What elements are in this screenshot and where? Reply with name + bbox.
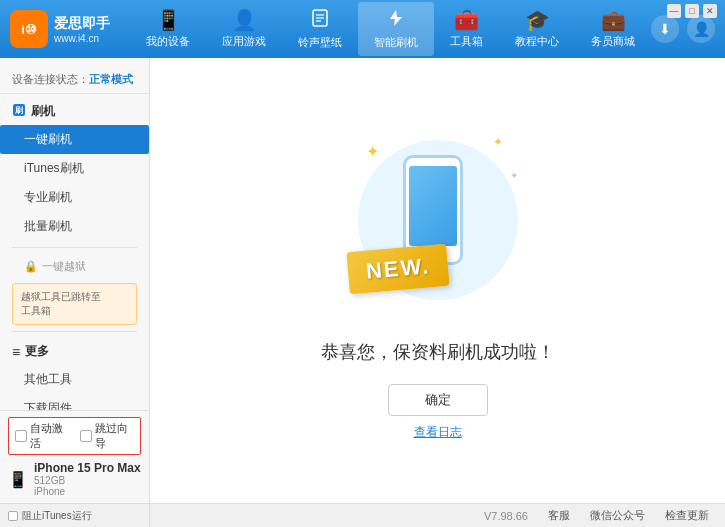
one-key-flash-label: 一键刷机 (24, 132, 72, 146)
ringtones-icon (310, 8, 330, 33)
version-label: V7.98.66 (484, 510, 528, 522)
nav-service-label: 务员商城 (591, 34, 635, 49)
nav-bar: 📱 我的设备 👤 应用游戏 铃声壁纸 智能刷机 🧰 工 (130, 2, 651, 56)
bottom-bar: 阻止iTunes运行 V7.98.66 客服 微信公众号 检查更新 (0, 503, 725, 527)
logo-text: 爱思即手 www.i4.cn (54, 15, 110, 44)
skip-guide-check[interactable] (80, 430, 92, 442)
flash-section-label: 刷机 (31, 103, 55, 120)
view-log-link[interactable]: 查看日志 (414, 424, 462, 441)
content-area: ✦ ✦ ✦ NEW. 恭喜您，保资料刷机成功啦！ 确定 查看日志 (150, 58, 725, 503)
nav-apps-games-label: 应用游戏 (222, 34, 266, 49)
minimize-button[interactable]: — (667, 4, 681, 18)
sidebar-jailbreak-note: 越狱工具已跳转至 工具箱 (12, 283, 137, 325)
nav-ringtones[interactable]: 铃声壁纸 (282, 2, 358, 56)
nav-my-device[interactable]: 📱 我的设备 (130, 2, 206, 56)
success-illustration: ✦ ✦ ✦ NEW. (338, 120, 538, 320)
nav-smart-flash-label: 智能刷机 (374, 35, 418, 50)
svg-text:i⑩: i⑩ (21, 22, 37, 37)
user-button[interactable]: 👤 (687, 15, 715, 43)
sidebar-item-other-tools[interactable]: 其他工具 (0, 365, 149, 394)
status-mode: 正常模式 (89, 73, 133, 85)
apps-games-icon: 👤 (232, 8, 257, 32)
check-update-link[interactable]: 检查更新 (665, 508, 709, 523)
device-info-row: 📱 iPhone 15 Pro Max 512GB iPhone (0, 459, 149, 499)
itunes-bar: 阻止iTunes运行 (0, 504, 150, 527)
other-tools-label: 其他工具 (24, 372, 72, 386)
batch-flash-label: 批量刷机 (24, 219, 72, 233)
itunes-label: 阻止iTunes运行 (22, 509, 92, 523)
new-ribbon: NEW. (346, 244, 450, 295)
pro-flash-label: 专业刷机 (24, 190, 72, 204)
wechat-link[interactable]: 微信公众号 (590, 508, 645, 523)
note-line2: 工具箱 (21, 305, 51, 316)
auto-activate-label: 自动激活 (30, 421, 70, 451)
auto-activate-check[interactable] (15, 430, 27, 442)
sidebar-item-one-key-flash[interactable]: 一键刷机 (0, 125, 149, 154)
lock-icon: 🔒 (24, 260, 38, 273)
success-message: 恭喜您，保资料刷机成功啦！ (321, 340, 555, 364)
more-section-label: 更多 (25, 343, 49, 360)
nav-my-device-label: 我的设备 (146, 34, 190, 49)
sidebar-divider-2 (12, 331, 137, 332)
more-section-icon: ≡ (12, 344, 20, 360)
device-details: iPhone 15 Pro Max 512GB iPhone (34, 461, 141, 497)
app-name: 爱思即手 (54, 15, 110, 33)
device-options-row: 自动激活 跳过向导 (8, 417, 141, 455)
phone-screen (409, 166, 457, 246)
new-badge-text: NEW. (364, 253, 430, 284)
sidebar-item-pro-flash[interactable]: 专业刷机 (0, 183, 149, 212)
jailbreak-label: 一键越狱 (42, 259, 86, 274)
logo-icon: i⑩ (10, 10, 48, 48)
close-button[interactable]: ✕ (703, 4, 717, 18)
status-bar-right: V7.98.66 客服 微信公众号 检查更新 (150, 508, 725, 523)
logo-area: i⑩ 爱思即手 www.i4.cn (10, 10, 130, 48)
nav-tutorial[interactable]: 🎓 教程中心 (499, 2, 575, 56)
nav-smart-flash[interactable]: 智能刷机 (358, 2, 434, 56)
maximize-button[interactable]: □ (685, 4, 699, 18)
skip-guide-checkbox[interactable]: 跳过向导 (80, 421, 135, 451)
device-name: iPhone 15 Pro Max (34, 461, 141, 475)
svg-text:刷: 刷 (14, 106, 23, 115)
window-controls: — □ ✕ (667, 4, 717, 18)
itunes-flash-label: iTunes刷机 (24, 161, 84, 175)
customer-service-link[interactable]: 客服 (548, 508, 570, 523)
confirm-button[interactable]: 确定 (388, 384, 488, 416)
skip-guide-label: 跳过向导 (95, 421, 135, 451)
nav-toolbox-label: 工具箱 (450, 34, 483, 49)
status-label: 设备连接状态： (12, 73, 89, 85)
smart-flash-icon (386, 8, 406, 33)
header-right: ⬇ 👤 (651, 15, 715, 43)
itunes-checkbox[interactable] (8, 511, 18, 521)
nav-apps-games[interactable]: 👤 应用游戏 (206, 2, 282, 56)
download-button[interactable]: ⬇ (651, 15, 679, 43)
device-phone-icon: 📱 (8, 470, 28, 489)
flash-section-icon: 刷 (12, 103, 26, 120)
sidebar-status: 设备连接状态：正常模式 (0, 66, 149, 94)
service-icon: 💼 (601, 8, 626, 32)
auto-activate-checkbox[interactable]: 自动激活 (15, 421, 70, 451)
sidebar-item-batch-flash[interactable]: 批量刷机 (0, 212, 149, 241)
device-storage: 512GB (34, 475, 141, 486)
my-device-icon: 📱 (156, 8, 181, 32)
nav-ringtones-label: 铃声壁纸 (298, 35, 342, 50)
header: i⑩ 爱思即手 www.i4.cn 📱 我的设备 👤 应用游戏 铃声壁纸 (0, 0, 725, 58)
note-line1: 越狱工具已跳转至 (21, 291, 101, 302)
star-2: ✦ (493, 135, 503, 149)
sidebar-divider-1 (12, 247, 137, 248)
sidebar-section-flash: 刷 刷机 (0, 98, 149, 125)
nav-tutorial-label: 教程中心 (515, 34, 559, 49)
nav-service[interactable]: 💼 务员商城 (575, 2, 651, 56)
device-bottom-panel: 自动激活 跳过向导 📱 iPhone 15 Pro Max 512GB iPho… (0, 410, 150, 503)
app-url: www.i4.cn (54, 33, 110, 44)
device-type: iPhone (34, 486, 141, 497)
tutorial-icon: 🎓 (525, 8, 550, 32)
sidebar-section-more: ≡ 更多 (0, 338, 149, 365)
nav-toolbox[interactable]: 🧰 工具箱 (434, 2, 499, 56)
sidebar-disabled-jailbreak: 🔒 一键越狱 (0, 254, 149, 279)
star-3: ✦ (510, 170, 518, 181)
sidebar-item-itunes-flash[interactable]: iTunes刷机 (0, 154, 149, 183)
toolbox-icon: 🧰 (454, 8, 479, 32)
star-1: ✦ (366, 142, 379, 161)
